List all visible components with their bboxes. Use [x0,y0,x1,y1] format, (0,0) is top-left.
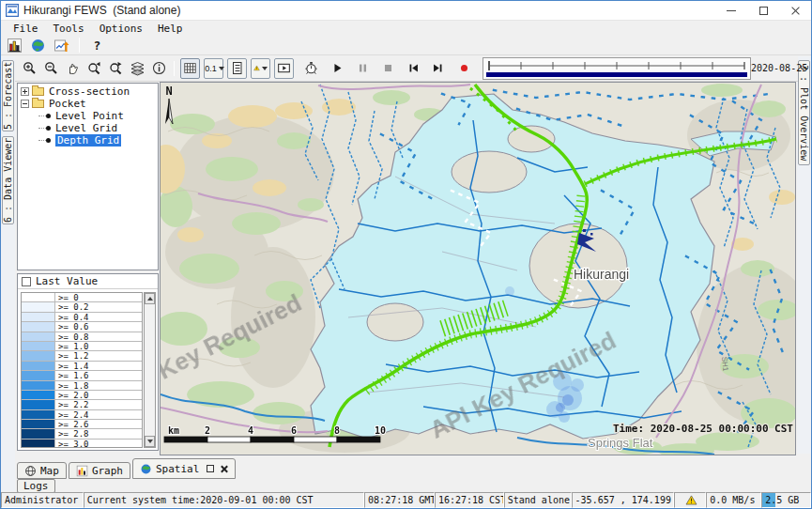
scroll-down-button[interactable] [145,436,155,447]
tab-map[interactable]: Map [17,462,67,479]
status-local-time: 16:27:18 CST [435,492,504,508]
tree-item-level-point[interactable]: Level Point [55,110,124,122]
maximize-button[interactable] [747,1,779,20]
logs-tab[interactable]: Logs [17,479,55,493]
legend-label: >= 0.4 [55,313,89,321]
timeseries-chart-button[interactable] [52,37,71,54]
north-label: N [165,85,172,98]
legend-row: >= 3.0 [22,440,142,448]
legend-row: >= 1.0 [22,342,142,351]
pan-button[interactable] [63,58,83,79]
chevron-down-icon [219,67,224,70]
map-view[interactable]: API Key Required API Key Required Hikura… [160,82,796,455]
legend-swatch [22,351,55,360]
toolbar-separator [174,61,175,76]
legend-table: >= 0 >= 0.2 >= 0.4 >= 0.6 >= 0.8 >= 1.0 … [21,292,143,448]
status-user: Administrator [1,492,84,508]
right-tabstrip: 3 : Plot Overview [797,56,811,454]
collapse-icon[interactable] [21,100,29,108]
play-icon [330,61,345,75]
tab-close-icon[interactable] [220,465,228,473]
tab-graph[interactable]: Graph [69,462,130,479]
legend-swatch [22,362,55,370]
tree-connector [38,128,46,129]
movie-player-button[interactable] [274,58,294,79]
legend-icon [230,60,244,76]
layers-tree-panel: Cross-section Pocket Level Point Level G… [17,83,159,270]
legend-row: >= 1.6 [22,371,142,380]
zoom-out-button[interactable] [41,58,61,79]
map-display-button[interactable] [28,37,48,54]
menu-tools[interactable]: Tools [47,23,91,35]
step-back-button[interactable] [404,58,423,79]
map-legend-button[interactable] [227,58,247,79]
data-display-button[interactable] [5,37,24,54]
legend-swatch [22,440,55,448]
minimize-icon [727,10,736,11]
legend-swatch [22,371,55,379]
tab-spatial[interactable]: Spatial [132,458,236,479]
zoom-previous-button[interactable] [84,58,104,79]
animation-settings-button[interactable] [301,58,321,79]
legend-swatch [22,342,55,350]
help-button[interactable]: ? [87,37,107,54]
legend-row: >= 0.6 [22,322,142,332]
menu-file[interactable]: File [7,23,45,35]
window-title: Hikurangi FEWS (Stand alone) [23,4,180,17]
grid-toggle-button[interactable] [180,58,200,79]
legend-row: >= 2.0 [22,391,142,400]
legend-swatch [22,302,55,311]
stop-button[interactable] [378,58,398,79]
memory-label: 2.5 GB [765,495,799,505]
tree-row: Depth Grid [18,134,158,147]
tree-row: Pocket [18,98,158,110]
scroll-up-button[interactable] [145,293,155,304]
globe-icon [140,463,152,475]
step-forward-button[interactable] [428,58,448,79]
app-icon [6,4,19,17]
warnings-button[interactable] [251,58,270,79]
zoom-in-button[interactable] [20,58,39,79]
tree-item-depth-grid[interactable]: Depth Grid [55,134,121,147]
legend-swatch [22,391,55,399]
tree-item-level-grid[interactable]: Level Grid [55,122,117,134]
minimize-button[interactable] [715,1,747,20]
timeline-datetime: 2020-08-25 00:00:00 CST [751,63,812,73]
layers-button[interactable] [128,58,147,79]
close-button[interactable] [779,1,811,20]
tree-item-cross-section[interactable]: Cross-section [49,85,130,98]
status-warning-cell[interactable] [674,492,706,508]
globe-icon [30,38,46,54]
last-value-checkbox[interactable] [22,277,31,286]
pause-button[interactable] [353,58,373,79]
menu-options[interactable]: Options [93,23,149,35]
tab-forecast[interactable]: 5 : Forecast [2,60,14,131]
play-button[interactable] [328,58,347,79]
legend-label: >= 1.8 [55,381,89,390]
legend-label: >= 1.4 [55,362,89,370]
expand-icon[interactable] [21,87,29,96]
legend-row: >= 0.8 [22,332,142,342]
tab-data-viewer[interactable]: 6 : Data Viewer [2,136,14,224]
info-button[interactable] [149,58,169,79]
legend-scrollbar[interactable] [144,292,156,448]
stopwatch-icon [303,60,319,76]
timeline-slider[interactable] [483,57,751,80]
legend-label: >= 1.0 [55,342,89,350]
tree-item-pocket[interactable]: Pocket [49,98,86,110]
pause-icon [356,61,370,75]
status-transfer-rate: 0.0 MB/s [706,492,761,508]
record-button[interactable] [454,58,474,79]
menu-help[interactable]: Help [151,23,190,35]
tab-plot-overview[interactable]: 3 : Plot Overview [798,60,810,165]
tab-maximize-icon[interactable] [207,465,214,472]
scale-unit-label: km [168,425,179,436]
tree-connector [38,140,46,141]
map-time-overlay: Time: 2020-08-25 00:00:00 CST [613,423,793,435]
zoom-next-button[interactable] [106,58,126,79]
arrow-down-icon [147,440,153,443]
folder-icon [32,87,44,96]
map-canvas[interactable]: API Key Required API Key Required Hikura… [161,83,796,455]
classification-scale-button[interactable]: 0.1 [204,58,223,79]
bar-chart-icon [7,38,23,54]
